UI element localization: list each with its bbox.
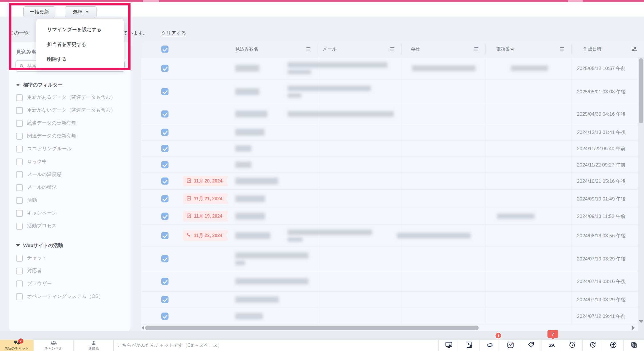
filter-checkbox[interactable] [16, 184, 23, 191]
filter-checkbox[interactable] [16, 223, 23, 230]
filter-checkbox[interactable] [16, 94, 23, 101]
table-row[interactable]: 2025/05/12 10:57 午前 [141, 57, 644, 79]
filter-item[interactable]: チャット [15, 252, 125, 264]
horizontal-scrollbar-thumb[interactable] [145, 326, 479, 330]
column-settings-icon[interactable] [631, 41, 638, 57]
filter-item[interactable]: スコアリングルール [15, 143, 125, 155]
row-checkbox[interactable] [161, 312, 168, 320]
chat-input[interactable]: こちらがかんたんチャットです（Ctrl＋スペース） [114, 340, 438, 351]
filter-item[interactable]: 該当データの更新有無 [15, 117, 125, 130]
row-checkbox[interactable] [161, 232, 168, 239]
clear-filter-link[interactable]: クリアする [161, 30, 186, 36]
filter-checkbox[interactable] [16, 255, 23, 262]
filter-item[interactable]: メールの状況 [15, 181, 125, 194]
column-menu-icon[interactable]: ☰ [306, 41, 311, 57]
filter-checkbox[interactable] [16, 293, 23, 300]
vertical-scrollbar-thumb[interactable] [639, 58, 643, 123]
filter-item[interactable]: 更新があるデータ（関連データも含む） [15, 91, 125, 104]
chat-tab-2[interactable]: 連絡先 [74, 340, 114, 351]
reminder-badge[interactable]: 11月 21, 2024 [183, 193, 229, 204]
table-row[interactable]: 11月 20, 20242024/10/21 05:16 午後 [141, 173, 644, 190]
reminder-badge[interactable]: 11月 19, 2024 [183, 211, 229, 222]
megaphone-button[interactable] [480, 340, 500, 351]
column-divider [571, 44, 571, 54]
filter-item[interactable]: 活動プロセス [15, 220, 125, 232]
reminder-date: 11月 20, 2024 [194, 178, 222, 184]
row-checkbox[interactable] [161, 278, 168, 285]
table-row[interactable]: 2024/07/19 03:29 午後 [141, 246, 644, 271]
filter-checkbox[interactable] [16, 133, 23, 140]
filter-checkbox[interactable] [16, 146, 23, 153]
column-divider [485, 44, 486, 54]
table-row[interactable]: 11月 21, 20242024/09/19 01:49 午後 [141, 190, 644, 208]
filter-item[interactable]: キャンペーン [15, 207, 125, 220]
row-checkbox[interactable] [161, 255, 168, 262]
filter-item[interactable]: ブラウザー [15, 277, 125, 290]
filter-item[interactable]: 関連データの更新有無 [15, 130, 125, 143]
filter-item[interactable]: メールの温度感 [15, 168, 125, 181]
row-checkbox[interactable] [161, 195, 168, 202]
row-checkbox[interactable] [161, 213, 168, 220]
scroll-down-arrow[interactable] [639, 320, 643, 323]
filter-item[interactable]: 更新がないデータ（関連データも含む） [15, 104, 125, 117]
history-button[interactable] [582, 340, 603, 351]
table-row[interactable]: 2024/11/22 09:27 午前 [141, 157, 644, 173]
reminder-badge[interactable]: 11月 20, 2024 [183, 176, 229, 186]
accessibility-button[interactable] [603, 340, 623, 351]
chat-tab-0[interactable]: 2未読のチャット [0, 340, 34, 351]
scroll-right-arrow[interactable] [632, 326, 635, 330]
reminder-badge[interactable]: 11月 22, 2024 [183, 230, 229, 241]
filter-item[interactable]: ロック中 [15, 155, 125, 168]
filter-checkbox[interactable] [16, 280, 23, 287]
filter-checkbox[interactable] [16, 171, 23, 178]
redacted-name [235, 65, 259, 72]
scroll-left-arrow[interactable] [142, 326, 144, 330]
filter-item[interactable]: オペレーティングシステム（OS） [15, 290, 125, 303]
filter-checkbox[interactable] [16, 159, 23, 165]
row-checkbox[interactable] [161, 65, 168, 72]
filter-item[interactable]: 対応者 [15, 264, 125, 277]
row-checkbox[interactable] [161, 145, 168, 152]
menu-item-2[interactable]: 削除する [36, 52, 124, 67]
zia-button[interactable] [541, 340, 562, 351]
filter-checkbox[interactable] [16, 268, 23, 274]
filter-checkbox[interactable] [16, 120, 23, 127]
filter-section-header[interactable]: 標準のフィルター [16, 82, 125, 88]
signals-button[interactable] [500, 340, 521, 351]
alarm-button[interactable] [562, 340, 582, 351]
row-checkbox[interactable] [161, 129, 168, 136]
filter-checkbox[interactable] [16, 210, 23, 217]
process-button[interactable]: 処理 [65, 6, 97, 17]
table-row[interactable]: 11月 19, 20242024/09/13 11:52 午前 [141, 208, 644, 225]
row-checkbox[interactable] [161, 88, 168, 95]
column-menu-icon[interactable]: ☰ [559, 41, 564, 57]
tag-button[interactable] [521, 340, 541, 351]
filter-checkbox[interactable] [16, 197, 23, 204]
filter-item-label: オペレーティングシステム（OS） [27, 293, 103, 300]
table-row[interactable]: 2024/11/22 09:40 午前 [141, 141, 644, 157]
select-all-checkbox[interactable] [161, 46, 168, 53]
copy-button[interactable] [623, 340, 644, 351]
filter-item[interactable]: 活動 [15, 194, 125, 207]
row-checkbox[interactable] [161, 161, 168, 168]
form-doc-button[interactable] [459, 340, 480, 351]
column-menu-icon[interactable]: ☰ [390, 41, 395, 57]
filter-section-header[interactable]: Webサイトの活動 [16, 242, 125, 249]
row-checkbox[interactable] [161, 178, 168, 185]
screen-share-button[interactable] [438, 340, 459, 351]
table-row[interactable]: 2024/12/13 01:41 午後 [141, 124, 644, 141]
row-checkbox[interactable] [161, 296, 168, 303]
row-checkbox[interactable] [161, 111, 168, 118]
bulk-update-button[interactable]: 一括更新 [23, 6, 55, 17]
table-row[interactable]: 11月 22, 20242024/08/13 03:56 午後 [141, 225, 644, 246]
column-menu-icon[interactable]: ☰ [474, 41, 479, 57]
table-row[interactable]: 2024/07/19 03:16 午後 [141, 271, 644, 292]
menu-item-1[interactable]: 担当者を変更する [36, 37, 124, 52]
table-row[interactable]: 2024/07/12 09:41 午前 [141, 308, 644, 324]
table-row[interactable]: 2025/05/01 03:08 午後 [141, 79, 644, 104]
table-row[interactable]: 2024/07/19 03:29 午後 [141, 292, 644, 308]
table-row[interactable]: 2025/04/30 04:16 午後 [141, 104, 644, 124]
menu-item-0[interactable]: リマインダーを設定する [36, 22, 124, 37]
filter-checkbox[interactable] [16, 107, 23, 114]
chat-tab-1[interactable]: チャンネル [34, 340, 74, 351]
